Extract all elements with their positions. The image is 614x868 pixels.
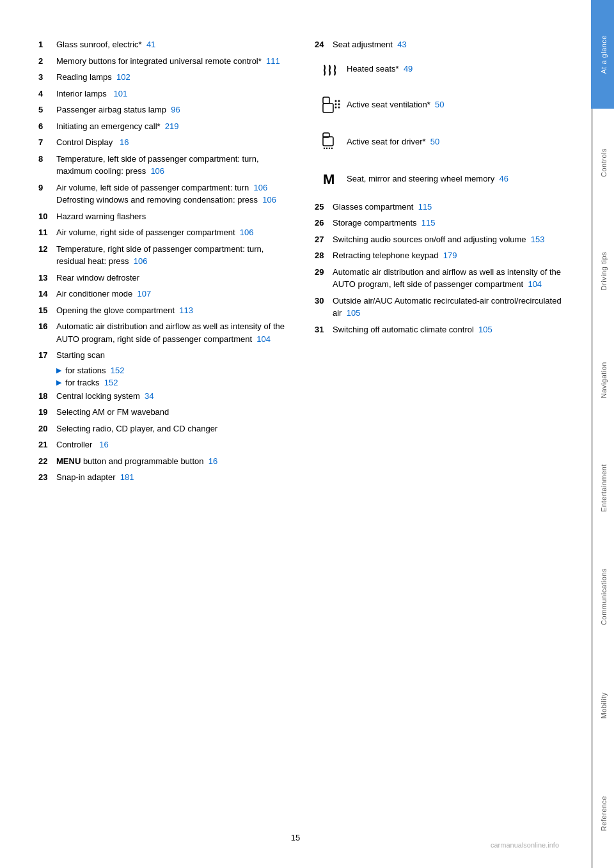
list-item: 15 Opening the glove compartment 113 <box>38 304 289 317</box>
page-ref[interactable]: 219 <box>165 121 179 131</box>
page-ref[interactable]: 46 <box>499 174 508 183</box>
list-item: 30 Outside air/AUC Automatic recirculate… <box>315 295 565 320</box>
tab-reference[interactable]: Reference <box>591 759 614 868</box>
item-text: Selecting AM or FM waveband <box>56 406 289 419</box>
page-ref[interactable]: 34 <box>145 391 154 401</box>
item-text: Selecting radio, CD player, and CD chang… <box>56 422 289 435</box>
page-ref[interactable]: 106 <box>150 166 164 176</box>
item-number: 1 <box>38 38 56 51</box>
item-number: 19 <box>38 406 56 419</box>
page-ref[interactable]: 113 <box>179 306 193 315</box>
item-text: Switching off automatic climate control … <box>333 323 565 336</box>
page-ref[interactable]: 115 <box>418 202 432 212</box>
page-ref[interactable]: 16 <box>99 440 108 449</box>
list-item: 11 Air volume, right side of passenger c… <box>38 226 289 239</box>
page-ref[interactable]: 107 <box>137 289 151 298</box>
page-ref[interactable]: 152 <box>111 366 125 375</box>
item-number: 13 <box>38 272 56 284</box>
icon-row-seat-driver: Active seat for driver* 50 <box>315 127 565 157</box>
list-item: 23 Snap-in adapter 181 <box>38 471 289 484</box>
item-number: 2 <box>38 55 56 68</box>
item-number: 18 <box>38 390 56 403</box>
svg-point-5 <box>338 103 340 105</box>
page-ref[interactable]: 16 <box>209 456 217 466</box>
item-number: 20 <box>38 422 56 435</box>
page-ref[interactable]: 105 <box>347 308 361 318</box>
sub-text: for tracks 152 <box>65 378 118 387</box>
heated-seats-icon <box>315 58 347 81</box>
tab-driving-tips[interactable]: Driving tips <box>591 217 614 326</box>
item-number: 4 <box>38 88 56 100</box>
item-number: 28 <box>315 249 333 262</box>
page-ref[interactable]: 101 <box>114 89 128 98</box>
item-text: Passenger airbag status lamp 96 <box>56 104 289 116</box>
tab-mobility[interactable]: Mobility <box>591 651 614 760</box>
tab-navigation[interactable]: Navigation <box>591 325 614 434</box>
list-item: 8 Temperature, left side of passenger co… <box>38 153 289 178</box>
item-text: Switching audio sources on/off and adjus… <box>333 233 565 246</box>
page-ref[interactable]: 50 <box>430 137 439 146</box>
item-number: 12 <box>38 243 56 268</box>
svg-point-10 <box>324 147 325 148</box>
tab-entertainment[interactable]: Entertainment <box>591 434 614 543</box>
list-item: 9 Air volume, left side of passenger com… <box>38 182 289 206</box>
chapter-tabs: At a glance Controls Driving tips Naviga… <box>591 0 614 868</box>
page-ref[interactable]: 179 <box>443 251 457 260</box>
list-item: 3 Reading lamps 102 <box>38 71 289 84</box>
item-text: Central locking system 34 <box>56 390 289 403</box>
page-ref[interactable]: 106 <box>134 256 148 266</box>
item-text: Outside air/AUC Automatic recirculated-a… <box>333 295 565 320</box>
list-item: 14 Air conditioner mode 107 <box>38 288 289 300</box>
svg-rect-8 <box>323 137 333 146</box>
page-ref[interactable]: 96 <box>171 105 180 114</box>
page-ref[interactable]: 106 <box>240 228 254 237</box>
list-item: 25 Glasses compartment 115 <box>315 201 565 213</box>
list-item: 7 Control Display 16 <box>38 136 289 149</box>
item-number: 26 <box>315 217 333 229</box>
svg-point-7 <box>338 106 340 108</box>
item-text: Storage compartments 115 <box>333 217 565 229</box>
page-ref[interactable]: 41 <box>146 40 155 49</box>
tab-label-reference: Reference <box>600 796 608 831</box>
list-item: 12 Temperature, right side of passenger … <box>38 243 289 268</box>
tab-controls[interactable]: Controls <box>591 109 614 217</box>
sub-item: ▶ for stations 152 <box>56 366 289 375</box>
svg-point-4 <box>335 103 337 105</box>
item-text: Retracting telephone keypad 179 <box>333 249 565 262</box>
page-ref[interactable]: 152 <box>104 378 118 387</box>
seat-driver-icon <box>315 129 347 155</box>
item-number: 15 <box>38 304 56 317</box>
svg-point-3 <box>338 100 340 102</box>
sub-text: for stations 152 <box>65 366 125 375</box>
page-ref[interactable]: 43 <box>397 40 406 49</box>
item-number: 5 <box>38 104 56 116</box>
tab-communications[interactable]: Communications <box>591 543 614 651</box>
page-ref[interactable]: 115 <box>421 218 436 228</box>
page-ref[interactable]: 153 <box>531 235 545 244</box>
item-text: Opening the glove compartment 113 <box>56 304 289 317</box>
item-number: 11 <box>38 226 56 239</box>
list-item: 27 Switching audio sources on/off and ad… <box>315 233 565 246</box>
item-text: Glass sunroof, electric* 41 <box>56 38 289 51</box>
page-ref[interactable]: 104 <box>528 279 542 289</box>
list-item: 21 Controller 16 <box>38 438 289 451</box>
list-item: 26 Storage compartments 115 <box>315 217 565 229</box>
page-ref[interactable]: 111 <box>266 56 280 66</box>
page-number: 15 <box>291 833 300 842</box>
page-ref[interactable]: 106 <box>254 183 268 192</box>
seat-driver-label: Active seat for driver* 50 <box>347 137 565 146</box>
page-ref[interactable]: 102 <box>116 72 130 82</box>
page-ref[interactable]: 49 <box>404 64 413 74</box>
page-ref[interactable]: 50 <box>435 100 444 109</box>
page-ref[interactable]: 105 <box>478 325 492 334</box>
item-number: 30 <box>315 295 333 320</box>
page-ref[interactable]: 106 <box>262 195 276 205</box>
item-text: Memory buttons for integrated universal … <box>56 55 289 68</box>
tab-at-a-glance[interactable]: At a glance <box>591 0 614 109</box>
page-ref[interactable]: 16 <box>120 137 129 147</box>
list-item: 31 Switching off automatic climate contr… <box>315 323 565 336</box>
page-ref[interactable]: 104 <box>256 334 271 344</box>
page-ref[interactable]: 181 <box>120 472 134 482</box>
list-item: 19 Selecting AM or FM waveband <box>38 406 289 419</box>
svg-rect-0 <box>323 104 333 112</box>
